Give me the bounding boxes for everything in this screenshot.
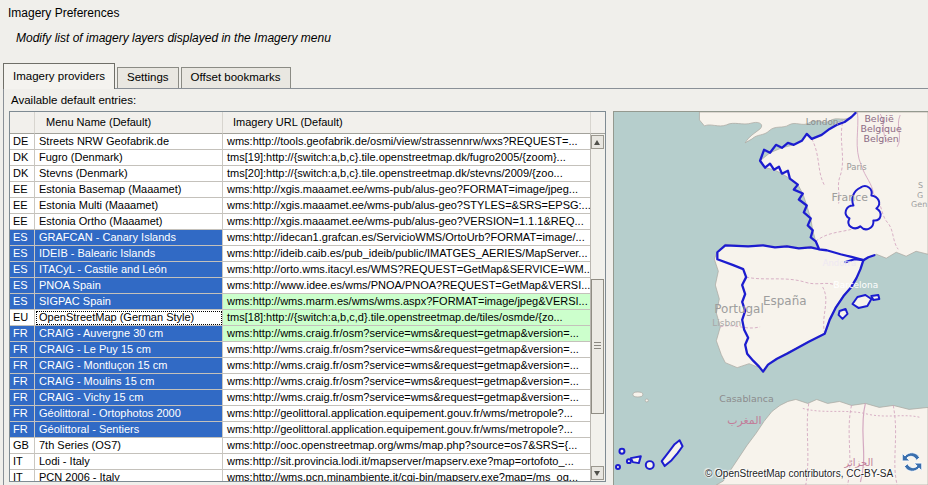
- cell-imagery-url[interactable]: tms[20]:http://{switch:a,b,c}.tile.opens…: [223, 166, 591, 182]
- cell-imagery-url[interactable]: wms:http://tools.geofabrik.de/osmi/view/…: [223, 134, 591, 150]
- cell-imagery-url[interactable]: wms:http://xgis.maaamet.ee/wms-pub/alus-…: [223, 198, 591, 214]
- cell-country-code[interactable]: FR: [10, 358, 35, 374]
- table-row[interactable]: FRCRAIG - Le Puy 15 cmwms:http://wms.cra…: [10, 342, 591, 358]
- table-row[interactable]: EEEstonia Ortho (Maaamet)wms:http://xgis…: [10, 214, 591, 230]
- cell-country-code[interactable]: FR: [10, 342, 35, 358]
- cell-imagery-url[interactable]: wms:http://idecan1.grafcan.es/ServicioWM…: [223, 230, 591, 246]
- cell-menu-name[interactable]: Streets NRW Geofabrik.de: [35, 134, 223, 150]
- table-row[interactable]: ITPCN 2006 - Italywms:http://wms.pcn.min…: [10, 470, 591, 481]
- cell-imagery-url[interactable]: wms:http://www.idee.es/wms/PNOA/PNOA?REQ…: [223, 278, 591, 294]
- column-header-code[interactable]: [10, 112, 35, 134]
- scrollbar-thumb[interactable]: [591, 279, 604, 414]
- tab-offset-bookmarks[interactable]: Offset bookmarks: [181, 67, 291, 88]
- cell-imagery-url[interactable]: wms:http://geolittoral.application.equip…: [223, 422, 591, 438]
- cell-country-code[interactable]: DE: [10, 134, 35, 150]
- cell-country-code[interactable]: FR: [10, 406, 35, 422]
- cell-menu-name[interactable]: ITACyL - Castile and León: [35, 262, 223, 278]
- cell-country-code[interactable]: IT: [10, 454, 35, 470]
- table-row[interactable]: FRCRAIG - Montluçon 15 cmwms:http://wms.…: [10, 358, 591, 374]
- cell-imagery-url[interactable]: wms:http://wms.craig.fr/osm?service=wms&…: [223, 342, 591, 358]
- cell-imagery-url[interactable]: wms:http://wms.craig.fr/osm?service=wms&…: [223, 358, 591, 374]
- cell-country-code[interactable]: EU: [10, 310, 35, 326]
- cell-menu-name[interactable]: CRAIG - Vichy 15 cm: [35, 390, 223, 406]
- table-row[interactable]: FRGéolittoral - Ortophotos 2000wms:http:…: [10, 406, 591, 422]
- scroll-down-button[interactable]: [591, 466, 604, 480]
- cell-imagery-url[interactable]: wms:http://xgis.maaamet.ee/wms-pub/alus-…: [223, 214, 591, 230]
- cell-menu-name[interactable]: CRAIG - Le Puy 15 cm: [35, 342, 223, 358]
- table-row[interactable]: ESIDEIB - Balearic Islandswms:http://ide…: [10, 246, 591, 262]
- cell-country-code[interactable]: GB: [10, 438, 35, 454]
- table-row[interactable]: ESITACyL - Castile and Leónwms:http://or…: [10, 262, 591, 278]
- table-row[interactable]: ESSIGPAC Spainwms:http://wms.marm.es/wms…: [10, 294, 591, 310]
- table-row[interactable]: EEEstonia Multi (Maaamet)wms:http://xgis…: [10, 198, 591, 214]
- cell-menu-name[interactable]: Géolittoral - Sentiers: [35, 422, 223, 438]
- cell-imagery-url[interactable]: wms:http://wms.pcn.minambiente.it/cgi-bi…: [223, 470, 591, 481]
- cell-menu-name[interactable]: Fugro (Denmark): [35, 150, 223, 166]
- table-row[interactable]: DKFugro (Denmark)tms[19]:http://{switch:…: [10, 150, 591, 166]
- cell-menu-name[interactable]: GRAFCAN - Canary Islands: [35, 230, 223, 246]
- cell-country-code[interactable]: DK: [10, 166, 35, 182]
- table-row[interactable]: EEEstonia Basemap (Maaamet)wms:http://xg…: [10, 182, 591, 198]
- cell-menu-name[interactable]: IDEIB - Balearic Islands: [35, 246, 223, 262]
- cell-country-code[interactable]: FR: [10, 422, 35, 438]
- cell-country-code[interactable]: ES: [10, 230, 35, 246]
- cell-country-code[interactable]: ES: [10, 246, 35, 262]
- table-row[interactable]: ESPNOA Spainwms:http://www.idee.es/wms/P…: [10, 278, 591, 294]
- refresh-icon[interactable]: [899, 449, 925, 475]
- table-row[interactable]: EUOpenStreetMap (German Style)tms[18]:ht…: [10, 310, 591, 326]
- cell-imagery-url[interactable]: wms:http://ooc.openstreetmap.org/wms/map…: [223, 438, 591, 454]
- cell-menu-name[interactable]: CRAIG - Montluçon 15 cm: [35, 358, 223, 374]
- table-row[interactable]: FRCRAIG - Moulins 15 cmwms:http://wms.cr…: [10, 374, 591, 390]
- cell-country-code[interactable]: DK: [10, 150, 35, 166]
- cell-menu-name[interactable]: Estonia Ortho (Maaamet): [35, 214, 223, 230]
- cell-menu-name[interactable]: SIGPAC Spain: [35, 294, 223, 310]
- table-row[interactable]: ITLodi - Italywms:http://sit.provincia.l…: [10, 454, 591, 470]
- cell-country-code[interactable]: FR: [10, 326, 35, 342]
- table-row[interactable]: DKStevns (Denmark)tms[20]:http://{switch…: [10, 166, 591, 182]
- tab-imagery-providers[interactable]: Imagery providers: [3, 63, 115, 89]
- cell-imagery-url[interactable]: tms[19]:http://{switch:a,b,c}.tile.opens…: [223, 150, 591, 166]
- cell-menu-name[interactable]: Estonia Basemap (Maaamet): [35, 182, 223, 198]
- cell-imagery-url[interactable]: wms:http://wms.craig.fr/osm?service=wms&…: [223, 374, 591, 390]
- map-preview[interactable]: LondonBelgiëBelgiqueBelgienParisFranceSG…: [613, 111, 928, 485]
- cell-imagery-url[interactable]: wms:http://xgis.maaamet.ee/wms-pub/alus-…: [223, 182, 591, 198]
- table-row[interactable]: DEStreets NRW Geofabrik.dewms:http://too…: [10, 134, 591, 150]
- cell-country-code[interactable]: FR: [10, 390, 35, 406]
- cell-menu-name[interactable]: 7th Series (OS7): [35, 438, 223, 454]
- cell-imagery-url[interactable]: wms:http://wms.craig.fr/osm?service=wms&…: [223, 390, 591, 406]
- cell-country-code[interactable]: ES: [10, 278, 35, 294]
- cell-country-code[interactable]: EE: [10, 182, 35, 198]
- cell-imagery-url[interactable]: wms:http://orto.wms.itacyl.es/WMS?REQUES…: [223, 262, 591, 278]
- cell-menu-name[interactable]: Lodi - Italy: [35, 454, 223, 470]
- cell-imagery-url[interactable]: tms[18]:http://{switch:a,b,c,d}.tile.ope…: [223, 310, 591, 326]
- cell-menu-name[interactable]: PNOA Spain: [35, 278, 223, 294]
- table-row[interactable]: FRCRAIG - Vichy 15 cmwms:http://wms.crai…: [10, 390, 591, 406]
- cell-country-code[interactable]: EE: [10, 214, 35, 230]
- column-header-imagery-url[interactable]: Imagery URL (Default): [223, 112, 591, 134]
- cell-imagery-url[interactable]: wms:http://ideib.caib.es/pub_ideib/publi…: [223, 246, 591, 262]
- table-row[interactable]: FRGéolittoral - Sentierswms:http://geoli…: [10, 422, 591, 438]
- table-row[interactable]: GB7th Series (OS7)wms:http://ooc.openstr…: [10, 438, 591, 454]
- cell-imagery-url[interactable]: wms:http://sit.provincia.lodi.it/mapserv…: [223, 454, 591, 470]
- cell-menu-name[interactable]: Géolittoral - Ortophotos 2000: [35, 406, 223, 422]
- cell-country-code[interactable]: ES: [10, 294, 35, 310]
- cell-menu-name[interactable]: PCN 2006 - Italy: [35, 470, 223, 481]
- table-row[interactable]: ESGRAFCAN - Canary Islandswms:http://ide…: [10, 230, 591, 246]
- cell-imagery-url[interactable]: wms:http://wms.marm.es/wms/wms.aspx?FORM…: [223, 294, 591, 310]
- vertical-scrollbar[interactable]: [590, 134, 605, 481]
- cell-country-code[interactable]: ES: [10, 262, 35, 278]
- tab-settings[interactable]: Settings: [117, 67, 179, 88]
- cell-imagery-url[interactable]: wms:http://geolittoral.application.equip…: [223, 406, 591, 422]
- cell-country-code[interactable]: FR: [10, 374, 35, 390]
- cell-menu-name[interactable]: CRAIG - Moulins 15 cm: [35, 374, 223, 390]
- cell-country-code[interactable]: IT: [10, 470, 35, 481]
- scroll-up-button[interactable]: [591, 135, 604, 149]
- cell-imagery-url[interactable]: wms:http://wms.craig.fr/osm?service=wms&…: [223, 326, 591, 342]
- cell-menu-name[interactable]: OpenStreetMap (German Style): [35, 310, 223, 326]
- cell-menu-name[interactable]: CRAIG - Auvergne 30 cm: [35, 326, 223, 342]
- column-header-menu-name[interactable]: Menu Name (Default): [35, 112, 223, 134]
- cell-menu-name[interactable]: Estonia Multi (Maaamet): [35, 198, 223, 214]
- cell-country-code[interactable]: EE: [10, 198, 35, 214]
- cell-menu-name[interactable]: Stevns (Denmark): [35, 166, 223, 182]
- table-row[interactable]: FRCRAIG - Auvergne 30 cmwms:http://wms.c…: [10, 326, 591, 342]
